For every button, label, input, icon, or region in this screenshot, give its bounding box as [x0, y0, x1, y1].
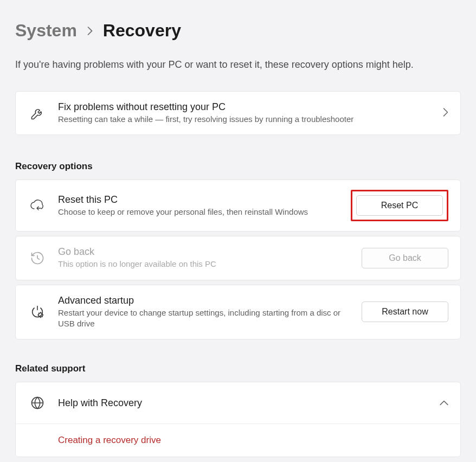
go-back-desc: This option is no longer available on th…	[58, 259, 351, 270]
breadcrumb-current: Recovery	[103, 21, 181, 41]
cloud-reset-icon	[28, 198, 47, 213]
chevron-right-icon	[443, 108, 448, 119]
reset-pc-button[interactable]: Reset PC	[356, 195, 443, 216]
history-icon	[28, 251, 47, 266]
advanced-startup-title: Advanced startup	[58, 295, 351, 306]
advanced-startup-desc: Restart your device to change startup se…	[58, 307, 351, 330]
recovery-drive-link[interactable]: Creating a recovery drive	[58, 435, 161, 445]
wrench-icon	[28, 106, 47, 121]
help-recovery-expander: Help with Recovery Creating a recovery d…	[15, 382, 461, 457]
go-back-button: Go back	[362, 248, 448, 268]
fix-problems-desc: Resetting can take a while — first, try …	[58, 114, 432, 125]
breadcrumb-parent[interactable]: System	[15, 21, 77, 41]
globe-help-icon	[28, 395, 47, 410]
reset-pc-card: Reset this PC Choose to keep or remove y…	[15, 179, 461, 232]
reset-pc-desc: Choose to keep or remove your personal f…	[58, 207, 340, 217]
help-recovery-title: Help with Recovery	[58, 397, 429, 409]
fix-problems-card[interactable]: Fix problems without resetting your PC R…	[15, 91, 461, 135]
reset-pc-title: Reset this PC	[58, 194, 340, 206]
highlight-annotation: Reset PC	[351, 190, 448, 221]
breadcrumb: System Recovery	[15, 21, 461, 41]
section-recovery-options: Recovery options	[15, 161, 461, 172]
help-recovery-header[interactable]: Help with Recovery	[16, 382, 460, 424]
power-gear-icon	[28, 304, 47, 319]
restart-now-button[interactable]: Restart now	[362, 301, 448, 322]
page-subtitle: If you're having problems with your PC o…	[15, 59, 461, 70]
go-back-card: Go back This option is no longer availab…	[15, 236, 461, 280]
go-back-title: Go back	[58, 246, 351, 258]
section-related-support: Related support	[15, 363, 461, 374]
chevron-up-icon	[440, 398, 448, 408]
advanced-startup-card: Advanced startup Restart your device to …	[15, 285, 461, 340]
chevron-right-icon	[87, 25, 93, 38]
fix-problems-title: Fix problems without resetting your PC	[58, 101, 432, 113]
